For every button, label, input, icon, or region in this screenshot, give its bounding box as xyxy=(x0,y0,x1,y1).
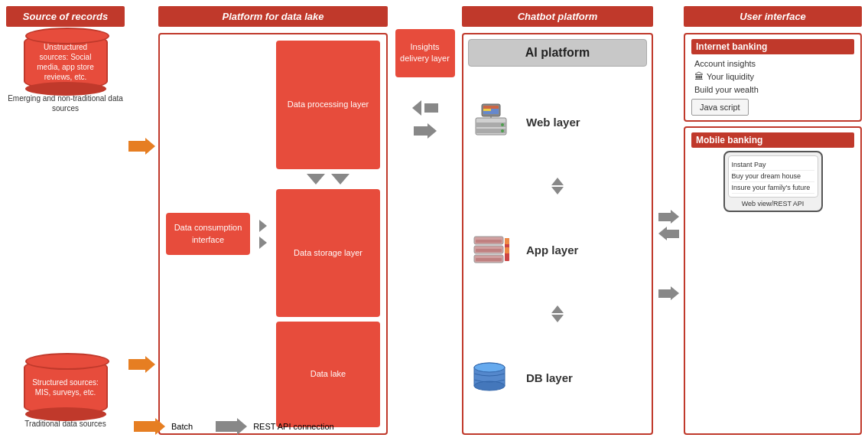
ui-column: User interface Internet banking Account … xyxy=(684,6,862,435)
db-server-icon xyxy=(468,358,522,398)
platform-column: Platform for data lake Data consumption … xyxy=(158,6,388,435)
svg-point-21 xyxy=(474,381,505,390)
phone-mockup: Instant Pay Buy your dream house Insure … xyxy=(723,151,823,212)
triangle-right-2 xyxy=(259,237,267,249)
phone-item-dream-house: Buy your dream house xyxy=(732,171,814,182)
gray-right-1 xyxy=(658,210,679,224)
chatbot-header: Chatbot platform xyxy=(462,6,653,27)
rest-api-legend: REST API connection xyxy=(216,418,334,435)
source-of-records-column: Source of records Unstructured sources: … xyxy=(6,6,125,435)
db-layer-section: DB layer xyxy=(468,327,647,429)
unstructured-cylinder: Unstructured sources: Social media, app … xyxy=(24,33,108,90)
arrows-source-to-platform xyxy=(129,6,154,435)
arrow-up-2 xyxy=(551,305,564,313)
storage-box: Data storage layer xyxy=(276,189,380,318)
svg-rect-15 xyxy=(476,258,502,261)
insights-delivery-area: Insights delivery layer xyxy=(392,29,457,435)
build-wealth-text: Build your wealth xyxy=(694,85,759,94)
emerging-label: Emerging and non-traditional data source… xyxy=(6,93,125,113)
svg-point-22 xyxy=(474,363,505,372)
legend: Batch REST API connection xyxy=(134,418,334,435)
app-server-icon xyxy=(468,230,522,270)
gray-right-2 xyxy=(658,286,679,300)
rest-api-label: REST API connection xyxy=(253,422,334,431)
account-insights-text: Account insights xyxy=(694,59,756,68)
arrow-down-1 xyxy=(551,187,564,194)
web-layer-label: Web layer xyxy=(522,116,647,129)
structured-cylinder: Structured sources: MIS, surveys, etc. xyxy=(24,358,108,416)
mobile-banking-box: Mobile banking Instant Pay Buy your drea… xyxy=(684,126,862,435)
gray-left-1 xyxy=(658,227,679,240)
dci-area: Data consumption interface xyxy=(166,41,250,427)
bi-arrow-top xyxy=(658,210,679,240)
db-server-svg xyxy=(468,358,514,395)
between-arrows xyxy=(276,174,380,185)
ud-arrows-1 xyxy=(551,178,564,194)
platform-right: Data processing layer Data storage layer… xyxy=(276,41,380,427)
app-layer-label: App layer xyxy=(522,243,647,256)
web-layer-section: Web layer xyxy=(468,71,647,173)
javascript-button[interactable]: Java script xyxy=(691,99,749,116)
rest-arrow-right xyxy=(414,123,437,139)
svg-rect-17 xyxy=(505,238,509,244)
web-server-svg xyxy=(468,103,514,139)
delivery-box: Insights delivery layer xyxy=(395,29,455,77)
svg-rect-13 xyxy=(476,249,502,252)
triangle-right-1 xyxy=(259,220,267,232)
svg-point-4 xyxy=(501,129,504,132)
app-layer-section: App layer xyxy=(468,199,647,301)
internet-banking-box: Internet banking Account insights 🏛 Your… xyxy=(684,33,862,122)
bank-icon: 🏛 xyxy=(694,71,704,82)
ai-platform-box: AI platform xyxy=(468,39,647,67)
arrow-up-1 xyxy=(551,178,564,185)
chatbot-inner: AI platform xyxy=(462,33,653,435)
dci-box: Data consumption interface xyxy=(166,213,250,255)
phone-item-insure: Insure your family's future xyxy=(732,182,814,194)
tri-down-1 xyxy=(307,174,325,185)
arrows-chatbot-to-ui xyxy=(658,6,679,435)
chatbot-column: Chatbot platform AI platform xyxy=(462,6,653,435)
your-liquidity-item: 🏛 Your liquidity xyxy=(691,70,854,83)
batch-label: Batch xyxy=(171,422,193,431)
tri-down-2 xyxy=(331,174,349,185)
svg-point-3 xyxy=(501,123,504,126)
orange-arrow-1 xyxy=(128,138,155,155)
svg-rect-18 xyxy=(505,247,509,253)
web-view-label: Web view/REST API xyxy=(728,198,818,207)
app-server-svg xyxy=(468,230,514,267)
db-layer-label: DB layer xyxy=(522,371,647,384)
ud-arrows-2 xyxy=(551,305,564,322)
lake-box: Data lake xyxy=(276,322,380,427)
ui-inner: Internet banking Account insights 🏛 Your… xyxy=(684,33,862,435)
phone-screen: Instant Pay Buy your dream house Insure … xyxy=(728,155,818,198)
orange-arrow-legend xyxy=(134,418,165,435)
platform-mid-arrows xyxy=(255,41,271,427)
your-liquidity-text: Your liquidity xyxy=(707,72,754,81)
platform-header: Platform for data lake xyxy=(158,6,388,27)
source-header: Source of records xyxy=(6,6,125,27)
batch-legend: Batch xyxy=(134,418,193,435)
ui-header: User interface xyxy=(684,6,862,27)
svg-rect-7 xyxy=(483,106,499,109)
internet-banking-header: Internet banking xyxy=(691,39,854,54)
svg-rect-8 xyxy=(483,109,491,111)
svg-rect-11 xyxy=(476,240,502,243)
unstructured-text: Unstructured sources: Social media, app … xyxy=(25,42,106,82)
account-insights-item: Account insights xyxy=(691,57,854,70)
structured-text: Structured sources: MIS, surveys, etc. xyxy=(25,377,106,397)
rest-arrow-left xyxy=(412,100,438,116)
orange-arrow-2 xyxy=(128,356,155,373)
phone-item-instant-pay: Instant Pay xyxy=(732,159,814,171)
build-wealth-item: Build your wealth xyxy=(691,83,854,96)
gray-arrow-legend xyxy=(216,418,247,435)
arrow-down-2 xyxy=(551,315,564,322)
platform-inner: Data consumption interface Data processi… xyxy=(158,33,388,435)
mobile-banking-header: Mobile banking xyxy=(691,132,854,148)
processing-box: Data processing layer xyxy=(276,41,380,169)
web-server-icon xyxy=(468,103,522,142)
